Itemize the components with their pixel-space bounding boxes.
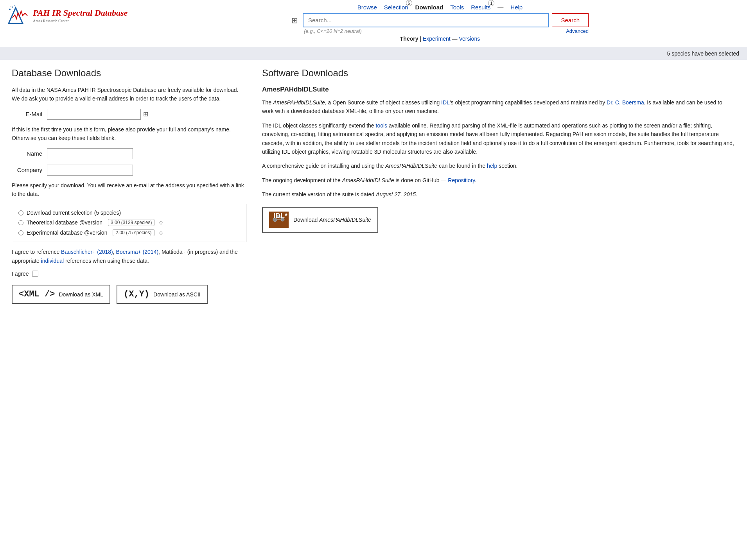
agree-comma: , [113,249,116,255]
idl-icon-box: IDL* [269,212,289,228]
agree-text3: references when using these data. [64,258,149,264]
xml-download-button[interactable]: <XML /> Download as XML [12,285,110,304]
email-field[interactable] [47,109,141,120]
repo-link[interactable]: Repositiory [448,177,475,183]
logo-subtitle: Ames Research Center [33,19,127,23]
suite-name-1: AmesPAHdbIDLSuite [273,99,325,106]
para1-before: The [262,99,273,106]
para1: The AmesPAHdbIDLSuite, a Open Source sui… [262,98,735,116]
xml-icon: <XML /> [19,289,55,299]
results-badge: 1 [488,0,494,6]
agree-row: I agree [12,271,246,277]
radio-experimental[interactable] [18,230,23,235]
search-input[interactable] [303,13,549,27]
name-row: Name [12,148,246,159]
experimental-version-icon[interactable]: ◇ [159,230,163,235]
option-theoretical-label: Theoretical database @version [27,219,102,226]
para1-mid2: 's object programming capabilities devel… [450,99,607,106]
idl-text: IDL* [273,212,287,220]
svg-point-3 [14,5,15,6]
para4-end: . [475,177,476,183]
theoretical-version-icon[interactable]: ◇ [159,220,163,225]
email-icon[interactable]: ⊞ [143,110,148,118]
idl-button-label: Download AmesPAHdbIDLSuite [293,217,371,223]
versions-link[interactable]: Versions [459,36,480,42]
theory-sep2: — [452,36,459,42]
download-buttons: <XML /> Download as XML (X,Y) Download a… [12,285,246,304]
nav-bar: Browse Selection 5 Download Tools Result… [357,4,523,11]
name-field[interactable] [47,148,133,159]
search-hint: (e.g., C<=20 N=2 neutral) [304,28,362,34]
nav-search-area: Browse Selection 5 Download Tools Result… [141,4,739,42]
help-link[interactable]: help [487,163,497,169]
para3-mid: can be found in the [437,163,487,169]
xml-button-label: Download as XML [59,291,103,298]
suite-date: August 27, 2015 [376,191,416,197]
ascii-download-button[interactable]: (X,Y) Download as ASCII [117,285,208,304]
suite-name-2: AmesPAHdbIDLSuite [385,163,437,169]
option-current-label: Download current selection (5 species) [27,210,121,216]
svg-point-2 [12,7,13,8]
nav-results[interactable]: Results 1 [471,4,490,11]
agree-checkbox[interactable] [32,271,38,277]
logo-pah: PAH IR Spectral Database [33,8,127,18]
name-label: Name [12,150,47,157]
email-row: E-Mail ⊞ [12,109,246,120]
search-button[interactable]: Search [552,13,589,27]
suite-name-3: AmesPAHdbIDLSuite [342,177,394,183]
experiment-link[interactable]: Experiment [423,36,451,42]
svg-marker-0 [9,8,23,23]
agree-label: I agree [12,271,29,277]
tools-link[interactable]: tools [376,122,388,129]
agree-text-1: I agree to reference [12,249,61,255]
first-time-text: If this is the first time you use this f… [12,125,246,143]
para2-before: The IDL object classes significantly ext… [262,122,376,129]
advanced-link[interactable]: Advanced [566,28,589,34]
para3-before: A comprehensive guide on installing and … [262,163,385,169]
para1-mid: , a Open Source suite of object classes … [325,99,441,106]
nav-download: Download [415,4,444,11]
grid-icon[interactable]: ⊞ [291,16,298,25]
ascii-icon: (X,Y) [124,289,149,299]
idl-link[interactable]: IDL [441,99,450,106]
logo-icon [8,4,31,27]
selection-bar: 5 species have been selected [0,47,747,60]
search-hint-row: (e.g., C<=20 N=2 neutral) Advanced [291,28,589,34]
para5-end: . [416,191,417,197]
right-column: Software Downloads AmesPAHdbIDLSuite The… [262,68,735,304]
radio-theoretical[interactable] [18,220,23,225]
email-label: E-Mail [12,111,47,117]
nav-tools[interactable]: Tools [450,4,464,11]
agree-ref1-link[interactable]: Bauschlicher+ (2018) [61,249,113,255]
idl-suite-subtitle: AmesPAHdbIDLSuite [262,86,735,93]
boersma-link[interactable]: Dr. C. Boersma [607,99,644,106]
company-label: Company [12,167,47,173]
agree-text: I agree to reference Bauschlicher+ (2018… [12,248,246,265]
main-content: Database Downloads All data in the NASA … [0,60,747,312]
logo-title: PAH IR Spectral Database [33,8,127,18]
theory-sep: | [420,36,423,42]
radio-current-selection[interactable] [18,210,23,215]
search-row: ⊞ Search [291,13,589,27]
option-experimental-label: Experimental database @version [27,230,107,236]
nav-help[interactable]: Help [510,4,523,11]
theory-link[interactable]: Theory [400,36,418,42]
logo-text-area: PAH IR Spectral Database Ames Research C… [33,8,127,23]
idl-download-button[interactable]: IDL* Download AmesPAHdbIDLSuite [262,207,378,233]
para2: The IDL object classes significantly ext… [262,121,735,156]
company-field[interactable] [47,165,133,176]
option-theoretical: Theoretical database @version 3.00 (3139… [18,219,240,226]
search-input-wrap [303,13,549,27]
logo-area: PAH IR Spectral Database Ames Research C… [8,4,141,27]
nav-selection[interactable]: Selection 5 [384,4,408,11]
agree-ref2-link[interactable]: Boersma+ (2014) [116,249,159,255]
specify-text: Please specify your download. You will r… [12,181,246,199]
selection-badge: 5 [406,0,412,6]
agree-individual-link[interactable]: individual [41,258,64,264]
software-downloads-title: Software Downloads [262,68,735,79]
para4-before: The ongoing development of the [262,177,342,183]
ascii-button-label: Download as ASCII [153,291,201,298]
para5: The current stable version of the suite … [262,190,735,199]
para3: A comprehensive guide on installing and … [262,162,735,170]
nav-browse[interactable]: Browse [357,4,377,11]
